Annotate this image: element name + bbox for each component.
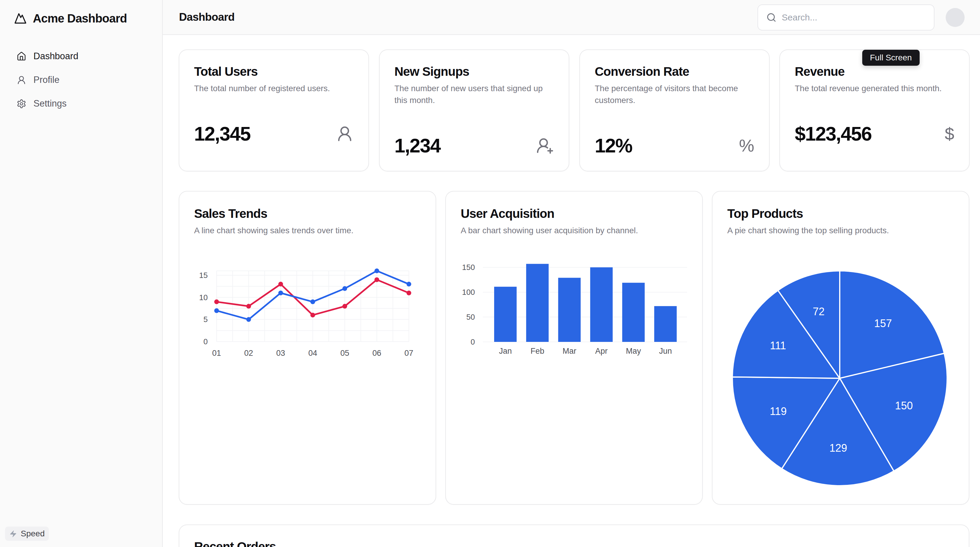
app-logo: Acme Dashboard xyxy=(13,11,127,26)
stat-card-total-users: Total Users The total number of register… xyxy=(179,49,369,171)
svg-text:0: 0 xyxy=(204,337,208,346)
sidebar-item-dashboard[interactable]: Dashboard xyxy=(0,45,162,68)
top-products-pie-chart: 15715012911911172 xyxy=(713,191,969,504)
stat-card-title: New Signups xyxy=(395,64,554,79)
svg-text:Feb: Feb xyxy=(531,347,544,356)
user-round-icon xyxy=(336,125,353,143)
svg-text:02: 02 xyxy=(244,349,253,357)
svg-text:May: May xyxy=(626,347,641,356)
svg-text:119: 119 xyxy=(770,405,786,417)
svg-text:06: 06 xyxy=(372,349,381,357)
user-acquisition-card: User Acquisition A bar chart showing use… xyxy=(445,191,703,505)
zap-icon xyxy=(9,530,17,538)
svg-text:Apr: Apr xyxy=(595,347,608,356)
user-round-icon xyxy=(17,75,26,85)
sales-trends-line-chart: 05101501020304050607 xyxy=(179,191,436,504)
sidebar-item-label: Dashboard xyxy=(33,51,78,62)
svg-text:111: 111 xyxy=(770,340,786,352)
sidebar-item-label: Settings xyxy=(33,98,67,109)
svg-text:50: 50 xyxy=(466,313,475,321)
search-icon xyxy=(766,13,776,22)
user-round-plus-icon xyxy=(536,137,554,155)
speed-badge[interactable]: Speed xyxy=(5,526,49,541)
recent-orders-card: Recent Orders xyxy=(179,525,969,547)
stat-value-row: 1,234 xyxy=(395,134,554,157)
svg-text:04: 04 xyxy=(308,349,317,357)
svg-text:03: 03 xyxy=(276,349,285,357)
avatar[interactable] xyxy=(946,8,965,27)
stat-value: $123,456 xyxy=(795,123,872,145)
stat-value-row: $123,456 $ xyxy=(795,123,954,145)
svg-text:5: 5 xyxy=(204,315,208,324)
svg-text:129: 129 xyxy=(829,442,847,454)
sidebar: Acme Dashboard Dashboard Profile Setting… xyxy=(0,0,163,547)
svg-text:Jun: Jun xyxy=(659,347,672,356)
svg-text:157: 157 xyxy=(874,317,892,329)
stat-card-description: The total revenue generated this month. xyxy=(795,83,954,94)
stat-card-description: The percentage of visitors that become c… xyxy=(595,83,754,106)
acme-dashboard-app: Acme Dashboard Dashboard Profile Setting… xyxy=(0,0,980,547)
svg-text:10: 10 xyxy=(199,293,208,302)
stat-card-title: Revenue xyxy=(795,64,954,79)
svg-text:05: 05 xyxy=(340,349,349,357)
svg-text:Mar: Mar xyxy=(563,347,576,356)
stat-value: 1,234 xyxy=(395,134,440,157)
user-acquisition-bar-chart: 050100150JanFebMarAprMayJun xyxy=(446,191,702,504)
svg-text:150: 150 xyxy=(895,400,913,412)
dollar-icon: $ xyxy=(945,125,954,143)
svg-text:150: 150 xyxy=(462,263,475,272)
sidebar-nav: Dashboard Profile Settings xyxy=(0,45,162,115)
sidebar-item-settings[interactable]: Settings xyxy=(0,92,162,115)
stat-card-title: Total Users xyxy=(194,64,353,79)
stat-card-new-signups: New Signups The number of new users that… xyxy=(379,49,569,171)
percent-icon: % xyxy=(739,137,754,155)
svg-text:Jan: Jan xyxy=(499,347,512,356)
top-header: Dashboard xyxy=(163,0,980,35)
svg-text:01: 01 xyxy=(212,349,221,357)
top-products-card: Top Products A pie chart showing the top… xyxy=(712,191,969,505)
stat-value: 12% xyxy=(595,134,632,157)
stat-card-conversion-rate: Conversion Rate The percentage of visito… xyxy=(579,49,770,171)
sidebar-item-profile[interactable]: Profile xyxy=(0,68,162,92)
gear-icon xyxy=(17,99,26,108)
stat-card-title: Conversion Rate xyxy=(595,64,754,79)
svg-text:100: 100 xyxy=(462,288,475,297)
recent-orders-title: Recent Orders xyxy=(194,539,954,547)
svg-text:0: 0 xyxy=(471,337,475,346)
stat-card-description: The number of new users that signed up t… xyxy=(395,83,554,106)
page-title: Dashboard xyxy=(179,11,235,23)
search-input[interactable] xyxy=(782,13,926,22)
sales-trends-card: Sales Trends A line chart showing sales … xyxy=(179,191,436,505)
stat-value-row: 12% % xyxy=(595,134,754,157)
stat-value-row: 12,345 xyxy=(194,123,353,145)
mountain-logo-icon xyxy=(13,11,27,26)
sidebar-item-label: Profile xyxy=(33,75,59,85)
app-title: Acme Dashboard xyxy=(33,12,127,25)
house-icon xyxy=(17,51,26,61)
full-screen-tooltip: Full Screen xyxy=(862,50,920,66)
speed-badge-label: Speed xyxy=(21,529,45,538)
search-box[interactable] xyxy=(757,5,934,30)
svg-text:72: 72 xyxy=(813,305,825,317)
svg-text:07: 07 xyxy=(404,349,414,357)
stat-card-revenue: Revenue The total revenue generated this… xyxy=(780,49,970,171)
stat-card-description: The total number of registered users. xyxy=(194,83,353,94)
stat-value: 12,345 xyxy=(194,123,250,145)
svg-text:15: 15 xyxy=(199,271,208,280)
